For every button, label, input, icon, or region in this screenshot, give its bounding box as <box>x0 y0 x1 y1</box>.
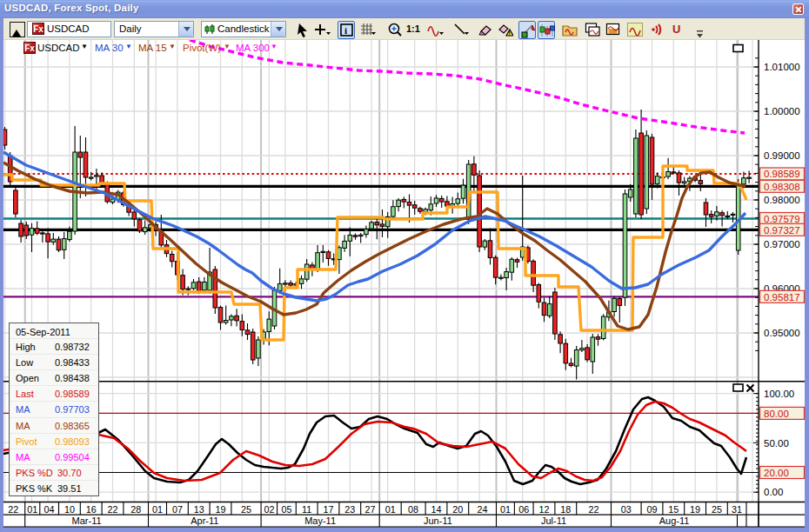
svg-text:0.97000: 0.97000 <box>764 239 800 249</box>
svg-text:80.00: 80.00 <box>764 409 789 419</box>
svg-text:0.97579: 0.97579 <box>764 214 800 224</box>
svg-text:Jul-11: Jul-11 <box>541 515 566 526</box>
svg-text:25: 25 <box>241 504 251 515</box>
svg-text:0.95817: 0.95817 <box>764 292 800 303</box>
svg-text:0.98000: 0.98000 <box>764 195 800 205</box>
svg-text:22: 22 <box>589 504 599 515</box>
svg-text:0.98308: 0.98308 <box>764 182 800 192</box>
svg-text:0.98589: 0.98589 <box>764 169 800 179</box>
svg-text:27: 27 <box>364 504 375 515</box>
svg-text:07: 07 <box>172 504 183 515</box>
svg-text:03: 03 <box>621 504 632 515</box>
svg-text:May-11: May-11 <box>304 515 336 526</box>
svg-text:02: 02 <box>264 504 274 515</box>
svg-text:i: i <box>344 25 347 36</box>
svg-text:0.00: 0.00 <box>764 487 783 497</box>
svg-text:01: 01 <box>27 504 37 515</box>
svg-text:Jun-11: Jun-11 <box>424 515 452 526</box>
svg-text:50.00: 50.00 <box>764 438 789 449</box>
svg-text:20.00: 20.00 <box>764 468 789 478</box>
svg-text:16: 16 <box>86 504 97 515</box>
svg-text:06: 06 <box>518 504 529 515</box>
svg-text:04: 04 <box>44 504 55 515</box>
svg-text:0.95000: 0.95000 <box>764 328 800 338</box>
svg-text:Aug-11: Aug-11 <box>659 515 690 526</box>
svg-text:11: 11 <box>302 504 311 515</box>
svg-text:01: 01 <box>385 504 396 515</box>
svg-text:15: 15 <box>668 504 679 515</box>
svg-text:!: ! <box>509 30 511 37</box>
svg-text:Apr-11: Apr-11 <box>191 515 218 526</box>
svg-text:Mar-11: Mar-11 <box>72 515 102 526</box>
svg-text:14: 14 <box>431 504 441 515</box>
svg-text:10: 10 <box>64 504 75 515</box>
svg-text:0.99000: 0.99000 <box>764 150 800 161</box>
svg-text:20: 20 <box>452 504 463 515</box>
svg-text:01: 01 <box>500 504 511 515</box>
svg-text:1.00000: 1.00000 <box>764 106 800 116</box>
svg-text:100.00: 100.00 <box>764 389 794 399</box>
svg-text:1.01000: 1.01000 <box>764 62 800 72</box>
svg-text:28: 28 <box>130 504 141 515</box>
svg-text:22: 22 <box>107 504 117 515</box>
svg-text:09: 09 <box>646 504 657 515</box>
svg-text:01: 01 <box>152 504 163 515</box>
svg-text:13: 13 <box>194 504 204 515</box>
svg-text:18: 18 <box>560 504 571 515</box>
svg-text:22: 22 <box>8 504 18 515</box>
svg-text:19: 19 <box>215 504 225 515</box>
svg-text:0.97327: 0.97327 <box>764 225 800 236</box>
svg-text:31: 31 <box>732 504 742 515</box>
svg-text:17: 17 <box>323 504 333 515</box>
svg-text:05: 05 <box>281 504 291 515</box>
svg-text:25: 25 <box>712 504 722 515</box>
svg-text:12: 12 <box>538 504 549 515</box>
svg-text:23: 23 <box>344 504 355 515</box>
svg-text:19: 19 <box>690 504 700 515</box>
svg-text:08: 08 <box>408 504 418 515</box>
svg-text:24: 24 <box>478 504 488 515</box>
